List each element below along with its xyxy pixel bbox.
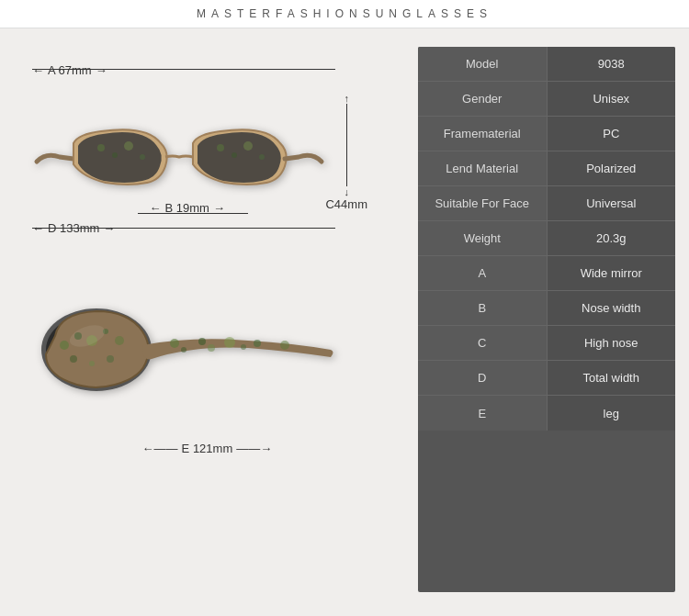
spec-row: Suitable For FaceUniversal	[418, 186, 675, 221]
svg-point-10	[60, 341, 69, 350]
svg-point-25	[241, 344, 246, 350]
brand-header: MASTERFASHIONSUNGLASSES	[0, 0, 689, 28]
spec-label: Model	[418, 47, 548, 81]
svg-point-5	[232, 152, 237, 158]
spec-row: BNose width	[418, 291, 675, 326]
spec-value: Unisex	[548, 82, 676, 116]
dimension-c-label: ↑ ↓ C44mm	[325, 93, 367, 211]
spec-value: PC	[548, 117, 676, 151]
svg-point-17	[107, 355, 114, 363]
spec-label: Suitable For Face	[418, 186, 548, 220]
spec-row: Lend MaterialPolarized	[418, 151, 675, 186]
spec-value: Wide mirror	[548, 256, 676, 290]
spec-value: leg	[548, 396, 676, 431]
glasses-top-view: ← A 67mm →	[18, 47, 409, 267]
spec-value: Total width	[548, 361, 676, 395]
product-images-panel: ← A 67mm →	[0, 28, 418, 610]
spec-row: CHigh nose	[418, 326, 675, 361]
svg-point-23	[181, 347, 186, 353]
spec-row: Weight20.3g	[418, 221, 675, 256]
spec-value: 20.3g	[548, 221, 676, 255]
spec-value: Nose width	[548, 291, 676, 325]
spec-value: Universal	[548, 186, 676, 220]
dim-b-line	[138, 213, 248, 214]
glasses-side-view: ←—— E 121mm ——→	[18, 276, 409, 460]
svg-point-22	[280, 341, 289, 350]
spec-label: D	[418, 361, 548, 395]
spec-label: A	[418, 256, 548, 290]
spec-label: E	[418, 396, 548, 431]
glasses-side-svg	[28, 286, 340, 423]
svg-point-18	[170, 339, 179, 348]
svg-point-1	[112, 152, 118, 158]
spec-label: Lend Material	[418, 151, 548, 185]
specs-panel: Model9038GenderUnisexFramematerialPCLend…	[418, 47, 675, 592]
svg-point-0	[97, 144, 105, 151]
spec-row: Model9038	[418, 47, 675, 82]
svg-point-24	[208, 344, 215, 352]
spec-label: B	[418, 291, 548, 325]
svg-point-6	[243, 141, 253, 151]
svg-point-3	[140, 154, 145, 160]
main-content: ← A 67mm →	[0, 28, 689, 610]
spec-value: High nose	[548, 326, 676, 360]
svg-point-21	[254, 340, 261, 347]
dim-d-line	[32, 228, 335, 229]
dim-a-line	[32, 69, 335, 70]
svg-point-2	[124, 141, 133, 151]
spec-row: FramematerialPC	[418, 117, 675, 151]
spec-label: Framematerial	[418, 117, 548, 151]
spec-row: GenderUnisex	[418, 82, 675, 117]
brand-title: MASTERFASHIONSUNGLASSES	[197, 7, 492, 20]
spec-row: AWide mirror	[418, 256, 675, 291]
spec-label: Weight	[418, 221, 548, 255]
svg-point-4	[217, 144, 224, 151]
dimension-a-label: ← A 67mm →	[32, 63, 107, 77]
svg-point-16	[89, 361, 95, 366]
svg-point-15	[70, 355, 77, 363]
svg-point-14	[115, 336, 124, 345]
spec-value: 9038	[548, 47, 676, 81]
spec-row: DTotal width	[418, 361, 675, 396]
svg-point-20	[224, 337, 235, 348]
svg-point-19	[198, 338, 206, 345]
spec-value: Polarized	[548, 151, 676, 185]
spec-row: Eleg	[418, 396, 675, 431]
spec-label: Gender	[418, 82, 548, 116]
svg-point-7	[259, 154, 265, 160]
dimension-e-label: ←—— E 121mm ——→	[142, 442, 273, 455]
spec-label: C	[418, 326, 548, 360]
